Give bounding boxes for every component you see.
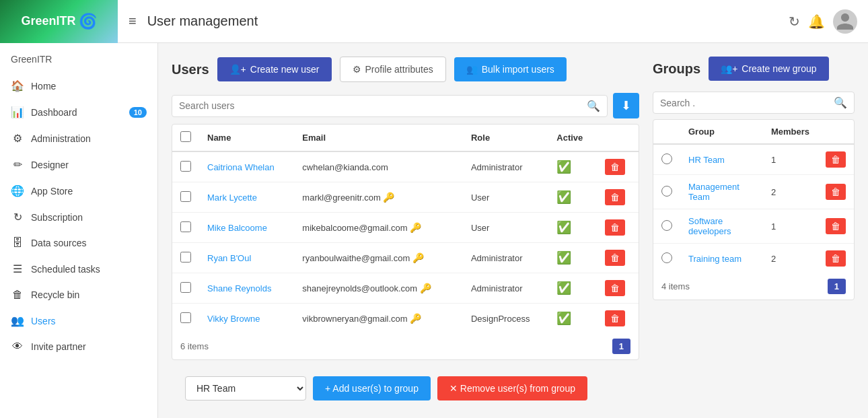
search-input[interactable] — [179, 100, 587, 111]
sidebar-item-scheduled-tasks[interactable]: ☰ Scheduled tasks — [0, 256, 157, 282]
active-status-icon: ✅ — [556, 160, 571, 174]
hamburger-icon[interactable]: ≡ — [129, 13, 137, 29]
user-name-link[interactable]: Mike Balcoome — [207, 223, 267, 233]
groups-table-footer: 4 items 1 — [653, 273, 854, 300]
group-radio[interactable] — [661, 153, 672, 164]
sidebar-item-home[interactable]: 🏠 Home — [0, 73, 157, 99]
row-delete: 🗑 — [597, 243, 639, 273]
delete-group-button[interactable]: 🗑 — [826, 218, 846, 234]
delete-user-button[interactable]: 🗑 — [605, 250, 625, 266]
key-icon: 🔑 — [412, 252, 424, 263]
group-name-link[interactable]: Software developers — [688, 216, 731, 236]
select-all-checkbox[interactable] — [180, 131, 191, 142]
group-radio[interactable] — [661, 186, 672, 197]
sidebar-item-app-store[interactable]: 🌐 App Store — [0, 178, 157, 204]
row-active: ✅ — [548, 243, 597, 273]
table-row: Ryan B'Oul ryanboulwaithe@gmail.com 🔑 Ad… — [172, 243, 639, 273]
user-name-link[interactable]: Ryan B'Oul — [207, 253, 251, 263]
row-delete: 🗑 — [597, 304, 639, 334]
refresh-icon[interactable]: ↻ — [789, 13, 800, 30]
download-button[interactable]: ⬇ — [613, 93, 639, 118]
delete-group-button[interactable]: 🗑 — [826, 151, 846, 168]
row-checkbox[interactable] — [180, 312, 191, 323]
sidebar-item-administration[interactable]: ⚙ Administration — [0, 125, 157, 151]
groups-search-input[interactable] — [660, 98, 834, 108]
groups-search-icon: 🔍 — [834, 96, 847, 109]
table-row: Caitriona Whelan cwhelan@kianda.com Admi… — [172, 151, 639, 182]
sidebar-item-designer[interactable]: ✏ Designer — [0, 151, 157, 178]
delete-user-button[interactable]: 🗑 — [605, 280, 625, 296]
header-radio — [653, 120, 680, 144]
search-icon: 🔍 — [587, 100, 600, 112]
users-icon: 👥 — [11, 314, 24, 327]
users-table-header-row: Name Email Role Active — [172, 125, 639, 151]
row-checkbox[interactable] — [180, 282, 191, 293]
active-status-icon: ✅ — [556, 190, 571, 204]
row-active: ✅ — [548, 213, 597, 243]
delete-user-button[interactable]: 🗑 — [605, 189, 625, 205]
home-icon: 🏠 — [11, 79, 24, 92]
row-role: Administrator — [463, 273, 548, 304]
row-checkbox[interactable] — [180, 221, 191, 232]
designer-icon: ✏ — [11, 158, 24, 171]
row-group-name: Training team — [680, 244, 763, 274]
sidebar-item-users[interactable]: 👥 Users — [0, 308, 157, 334]
delete-user-button[interactable]: 🗑 — [605, 219, 625, 236]
header-name: Name — [199, 125, 294, 151]
row-members: 2 — [763, 175, 818, 209]
header-actions — [597, 125, 639, 151]
users-search-bar[interactable]: 🔍 — [172, 95, 608, 117]
subscription-icon: ↻ — [11, 211, 24, 223]
bulk-import-button[interactable]: 👥 Bulk import users — [454, 57, 567, 81]
recycle-bin-icon: 🗑 — [11, 289, 24, 301]
user-name-link[interactable]: Caitriona Whelan — [207, 162, 275, 172]
sidebar-item-data-sources[interactable]: 🗄 Data sources — [0, 230, 157, 256]
sidebar-item-dashboard[interactable]: 📊 Dashboard 10 — [0, 99, 157, 125]
groups-search-bar[interactable]: 🔍 — [653, 92, 855, 114]
users-table: Name Email Role Active Caitriona Whelan — [172, 125, 639, 333]
table-row: HR Team 1 🗑 — [653, 144, 854, 175]
create-user-button[interactable]: 👤+ Create new user — [217, 57, 332, 81]
create-group-button[interactable]: 👥+ Create new group — [709, 57, 828, 81]
sidebar-item-invite-partner[interactable]: 👁 Invite partner — [0, 334, 157, 359]
download-icon: ⬇ — [621, 99, 631, 112]
group-name-link[interactable]: Management Team — [688, 182, 739, 202]
group-select[interactable]: HR TeamManagement TeamSoftware developer… — [185, 376, 306, 400]
remove-from-group-button[interactable]: ✕ Remove user(s) from group — [437, 376, 587, 400]
delete-user-button[interactable]: 🗑 — [605, 159, 625, 175]
delete-user-button[interactable]: 🗑 — [605, 310, 625, 326]
user-name-link[interactable]: Vikky Browne — [207, 314, 260, 324]
row-checkbox[interactable] — [180, 252, 191, 263]
profile-attributes-button[interactable]: ⚙ Profile attributes — [340, 57, 446, 82]
row-role: User — [463, 213, 548, 243]
group-name-link[interactable]: Training team — [688, 254, 742, 264]
create-user-icon: 👤+ — [229, 64, 246, 75]
groups-page-badge[interactable]: 1 — [828, 279, 846, 294]
users-count: 6 items — [180, 341, 209, 351]
users-table-container: Name Email Role Active Caitriona Whelan — [172, 124, 639, 360]
group-radio[interactable] — [661, 252, 672, 263]
delete-group-button[interactable]: 🗑 — [826, 184, 846, 200]
sidebar-item-label: App Store — [31, 186, 147, 197]
create-group-icon: 👥+ — [721, 63, 737, 74]
delete-group-button[interactable]: 🗑 — [826, 250, 846, 267]
sidebar-item-recycle-bin[interactable]: 🗑 Recycle bin — [0, 282, 157, 308]
user-name-link[interactable]: Mark Lycette — [207, 193, 257, 203]
row-checkbox[interactable] — [180, 161, 191, 172]
groups-table: Group Members HR Team 1 🗑 — [653, 120, 854, 273]
bell-icon[interactable]: 🔔 — [808, 13, 825, 30]
group-name-link[interactable]: HR Team — [688, 155, 725, 165]
row-checkbox[interactable] — [180, 191, 191, 202]
group-radio[interactable] — [661, 220, 672, 231]
logo: GreenITR 🌀 — [0, 0, 118, 43]
dashboard-badge: 10 — [129, 107, 147, 118]
sidebar-item-subscription[interactable]: ↻ Subscription — [0, 204, 157, 230]
user-name-link[interactable]: Shane Reynolds — [207, 283, 271, 293]
row-delete: 🗑 — [818, 144, 854, 175]
avatar[interactable] — [833, 9, 857, 34]
row-check — [172, 273, 199, 304]
add-to-group-button[interactable]: + Add user(s) to group — [313, 376, 431, 400]
topbar: GreenITR 🌀 ≡ User management ↻ 🔔 — [0, 0, 868, 43]
invite-partner-icon: 👁 — [11, 341, 24, 353]
users-page-badge[interactable]: 1 — [612, 339, 630, 354]
